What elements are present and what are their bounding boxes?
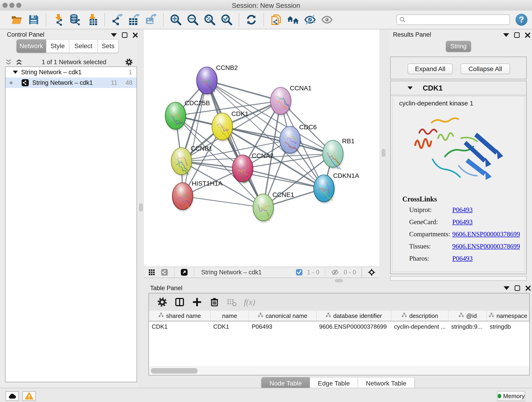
hide-panels-icon[interactable] [304, 13, 316, 26]
tab-network[interactable]: Network [17, 39, 46, 53]
column-header-@id[interactable]: @id [448, 311, 487, 321]
node-CCNB2[interactable] [196, 67, 217, 95]
tab-style[interactable]: Style [46, 39, 69, 53]
table-cell[interactable]: stringdb [487, 321, 529, 332]
scrollbar-thumb[interactable] [151, 368, 198, 374]
grid-view-icon[interactable] [147, 268, 156, 277]
gene-entry-header[interactable]: CDK1 [391, 81, 526, 95]
network-options-gear-icon[interactable] [125, 58, 133, 66]
expand-all-networks-icon[interactable] [15, 58, 23, 66]
column-header-namespace[interactable]: namespace [487, 311, 529, 321]
right-splitter-handle[interactable] [382, 149, 385, 157]
import-network-icon[interactable] [52, 13, 65, 26]
panel-float-icon[interactable] [122, 32, 127, 38]
column-header-shared-name[interactable]: shared name [149, 311, 210, 321]
network-row[interactable]: String Network – cdk1 11 48 [6, 77, 137, 88]
node-CCNA1[interactable] [270, 87, 291, 115]
selected-checkbox[interactable] [296, 268, 303, 277]
cloud-services-button[interactable] [6, 391, 19, 401]
column-header-database-identifier[interactable]: database identifier [317, 311, 391, 321]
refresh-view-icon[interactable] [245, 13, 258, 26]
table-cell[interactable]: P06493 [249, 321, 317, 332]
export-network-icon[interactable] [111, 13, 123, 26]
fit-selection-crosshair-icon[interactable] [367, 268, 376, 277]
tab-sets[interactable]: Sets [98, 39, 119, 53]
entry-expander-icon[interactable] [408, 86, 413, 89]
panel-close-icon[interactable] [525, 32, 531, 38]
results-scroll-strip[interactable] [390, 276, 527, 281]
node-HIST1H1A[interactable] [172, 183, 193, 211]
table-options-gear-icon[interactable] [156, 296, 168, 308]
column-header-name[interactable]: name [210, 311, 249, 321]
clone-network-icon[interactable] [270, 13, 282, 26]
tree-expander-icon[interactable] [13, 70, 18, 74]
network-canvas[interactable]: CCNB2CCNA1CDC25BCDK1CDC6RB1CCNB1CCNA2HIS… [144, 29, 380, 267]
table-header-row[interactable]: shared namenamecanonical namedatabase id… [149, 311, 529, 321]
memory-button[interactable]: Memory [497, 391, 525, 401]
node-CCNB1[interactable] [171, 148, 192, 176]
help-button[interactable]: ? [515, 14, 527, 26]
network-view-icon[interactable] [160, 268, 169, 277]
detach-view-button[interactable] [180, 268, 189, 277]
table-cell[interactable]: cyclin-dependent ... [391, 321, 449, 332]
warnings-button[interactable] [22, 391, 36, 401]
import-table-icon[interactable] [86, 13, 99, 26]
export-table-icon[interactable] [128, 13, 140, 26]
panel-collapse-icon[interactable] [503, 33, 509, 37]
zoom-out-icon[interactable] [186, 13, 199, 26]
table-body[interactable]: CDK1CDK1P064939606.ENSP00000378699cyclin… [149, 321, 529, 332]
crosslink-link[interactable]: 9606.ENSP00000378699 [452, 230, 520, 242]
collapse-all-button[interactable]: Collapse All [461, 64, 510, 74]
toolbar-separator [46, 13, 46, 26]
table-cell[interactable]: CDK1 [149, 321, 210, 332]
table-cell[interactable]: CDK1 [210, 321, 249, 332]
left-splitter-handle[interactable] [139, 204, 143, 211]
node-table[interactable]: shared namenamecanonical namedatabase id… [149, 311, 529, 367]
node-CCNE1[interactable] [253, 194, 273, 222]
network-nodes[interactable]: CCNB2CCNA1CDC25BCDK1CDC6RB1CCNB1CCNA2HIS… [165, 64, 359, 222]
node-CDKN1A[interactable] [314, 175, 334, 203]
network-collection-row[interactable]: String Network – cdk1 1 [6, 67, 137, 77]
crosslink-link[interactable]: 9606.ENSP00000378699 [452, 242, 520, 255]
delete-column-icon[interactable] [209, 296, 220, 308]
bottom-splitter-handle[interactable] [335, 279, 343, 283]
show-columns-icon[interactable] [174, 296, 186, 308]
panel-collapse-icon[interactable] [111, 33, 117, 37]
zoom-selected-icon[interactable] [220, 13, 233, 26]
export-image-icon[interactable] [145, 13, 157, 26]
table-horizontal-scrollbar[interactable] [149, 366, 529, 375]
table-row[interactable]: CDK1CDK1P064939606.ENSP00000378699cyclin… [149, 321, 529, 332]
crosslink-link[interactable]: P06493 [452, 206, 473, 218]
zoom-in-icon[interactable] [170, 13, 182, 26]
window-title: Session: New Session [0, 2, 532, 9]
home-layout-icon[interactable] [287, 13, 299, 26]
crosslink-link[interactable]: P06493 [452, 255, 473, 267]
save-session-icon[interactable] [27, 13, 40, 26]
add-column-icon[interactable] [191, 296, 203, 308]
panel-float-icon[interactable] [514, 32, 520, 38]
node-CDC25B[interactable] [165, 102, 186, 130]
panel-float-icon[interactable] [515, 285, 520, 291]
table-cell[interactable]: stringdb:9... [448, 321, 487, 332]
zoom-fit-icon[interactable] [203, 13, 216, 26]
table-cell[interactable]: 9606.ENSP00000378699 [317, 321, 391, 332]
tab-select[interactable]: Select [69, 39, 98, 53]
panel-close-icon[interactable] [525, 285, 531, 291]
crosslink-link[interactable]: P06493 [452, 218, 473, 230]
expand-all-button[interactable]: Expand All [408, 64, 453, 74]
search-input[interactable] [408, 16, 507, 24]
show-panels-icon[interactable] [321, 13, 333, 26]
tab-string[interactable]: String [446, 41, 471, 52]
import-database-icon[interactable] [69, 13, 82, 26]
search-box[interactable] [396, 14, 510, 25]
edge-CCNB2-HIST1H1A[interactable] [183, 80, 207, 196]
panel-collapse-icon[interactable] [504, 286, 510, 290]
node-CDK1[interactable] [212, 113, 233, 142]
open-session-icon[interactable] [11, 13, 23, 26]
edge-CCNB2-CCNE1[interactable] [207, 80, 263, 207]
edge-HIST1H1A-CCNE1[interactable] [183, 196, 263, 207]
collapse-all-networks-icon[interactable] [5, 58, 12, 66]
node-RB1[interactable] [323, 140, 343, 169]
column-header-description[interactable]: description [391, 311, 449, 321]
column-header-canonical-name[interactable]: canonical name [249, 311, 317, 321]
